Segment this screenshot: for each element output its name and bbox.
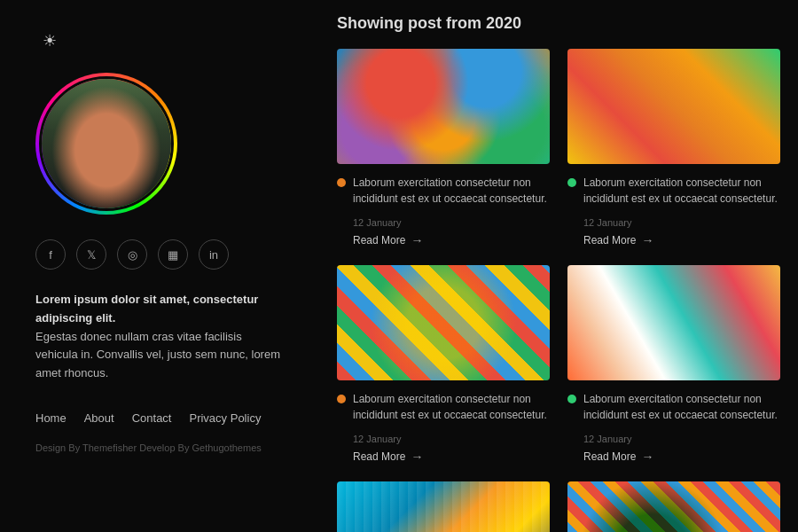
read-more-label: Read More [353, 450, 405, 463]
arrow-right-icon: → [641, 450, 653, 464]
facebook-icon[interactable]: f [35, 239, 66, 270]
avatar-inner [39, 76, 174, 211]
instagram-icon[interactable]: ◎ [117, 239, 147, 270]
post-category-dot [567, 178, 576, 187]
post-excerpt: Laborum exercitation consectetur non inc… [353, 175, 550, 207]
post-thumbnail [337, 481, 550, 532]
post-card: Laborum exercitation consectetur non inc… [567, 265, 780, 464]
page-title: Showing post from 2020 [337, 14, 780, 33]
bio-text: Lorem ipsum dolor sit amet, consectetur … [35, 291, 284, 383]
post-excerpt: Laborum exercitation consectetur non inc… [583, 391, 780, 423]
post-date: 12 January [583, 434, 780, 444]
post-excerpt: Laborum exercitation consectetur non inc… [353, 391, 550, 423]
arrow-right-icon: → [411, 450, 423, 464]
read-more-label: Read More [583, 450, 636, 463]
social-icons: f 𝕏 ◎ ▦ in [35, 239, 284, 270]
post-date: 12 January [353, 434, 550, 444]
post-card: Laborum exercitation consectetur non inc… [337, 265, 550, 464]
nav-about[interactable]: About [84, 411, 114, 425]
arrow-right-icon: → [411, 233, 423, 247]
sidebar: ☀ f 𝕏 ◎ ▦ in Lorem ipsum dolor sit amet,… [0, 0, 319, 532]
avatar [42, 79, 171, 208]
post-thumbnail [567, 265, 780, 380]
nav-privacy[interactable]: Privacy Policy [189, 411, 261, 425]
read-more-label: Read More [583, 234, 636, 246]
post-category-dot [567, 395, 576, 403]
theme-toggle-button[interactable]: ☀ [35, 27, 64, 55]
sun-icon: ☀ [43, 31, 57, 51]
nav-links: Home About Contact Privacy Policy [35, 411, 284, 425]
post-excerpt: Laborum exercitation consectetur non inc… [583, 175, 780, 207]
nav-home[interactable]: Home [35, 411, 66, 425]
main-content: Showing post from 2020 Laborum exercitat… [319, 0, 798, 532]
post-meta: Laborum exercitation consectetur non inc… [567, 175, 780, 207]
nav-contact[interactable]: Contact [132, 411, 172, 425]
post-card: Laborum exercitation consectetur non inc… [337, 481, 550, 532]
read-more-link[interactable]: Read More → [353, 450, 550, 464]
twitter-icon[interactable]: 𝕏 [76, 239, 106, 270]
post-meta: Laborum exercitation consectetur non inc… [337, 391, 550, 423]
avatar-wrapper [35, 73, 177, 215]
post-date: 12 January [583, 217, 780, 228]
read-more-link[interactable]: Read More → [353, 233, 550, 247]
post-card: Laborum exercitation consectetur non inc… [567, 49, 780, 247]
post-card: Laborum exercitation consectetur non inc… [337, 49, 550, 247]
post-thumbnail [567, 481, 780, 532]
post-thumbnail [337, 265, 550, 380]
post-meta: Laborum exercitation consectetur non inc… [567, 391, 780, 423]
arrow-right-icon: → [641, 233, 653, 247]
post-thumbnail [337, 49, 550, 164]
read-more-label: Read More [353, 234, 405, 246]
post-date: 12 January [353, 217, 550, 228]
post-meta: Laborum exercitation consectetur non inc… [337, 175, 550, 207]
read-more-link[interactable]: Read More → [583, 450, 780, 464]
post-card: Laborum exercitation consectetur non inc… [567, 481, 780, 532]
read-more-link[interactable]: Read More → [583, 233, 780, 247]
footer-credit: Design By Themefisher Develop By Gethugo… [35, 442, 284, 453]
post-category-dot [337, 395, 346, 403]
linkedin-icon[interactable]: in [199, 239, 229, 270]
posts-grid: Laborum exercitation consectetur non inc… [337, 49, 780, 532]
post-thumbnail [567, 49, 780, 164]
calendar-icon[interactable]: ▦ [158, 239, 188, 270]
bio-line1: Lorem ipsum dolor sit amet, consectetur … [35, 293, 258, 325]
post-category-dot [337, 178, 346, 187]
bio-line2: Egestas donec nullam cras vitae facilisi… [35, 330, 280, 380]
